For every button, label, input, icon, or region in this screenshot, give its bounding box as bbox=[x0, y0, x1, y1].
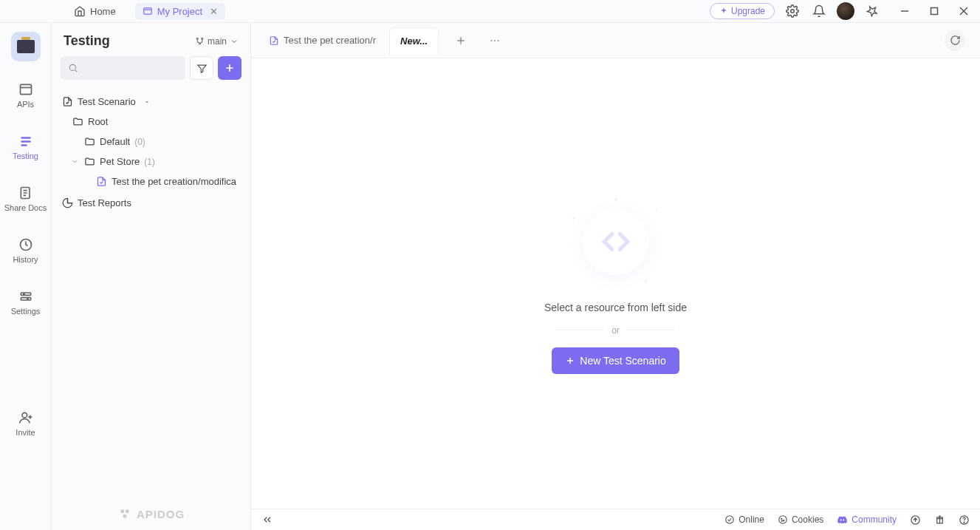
bell-icon[interactable] bbox=[810, 2, 828, 20]
project-icon bbox=[143, 6, 153, 16]
add-button[interactable] bbox=[218, 56, 241, 80]
refresh-button[interactable] bbox=[945, 30, 965, 51]
petstore-count: (1) bbox=[144, 157, 155, 167]
rail-settings-label: Settings bbox=[11, 307, 41, 316]
rail-history[interactable]: History bbox=[0, 233, 51, 268]
testing-icon bbox=[18, 134, 33, 149]
svg-rect-9 bbox=[21, 144, 27, 146]
svg-point-26 bbox=[498, 40, 499, 41]
upload-icon bbox=[910, 514, 921, 526]
dots-icon bbox=[489, 35, 501, 47]
settings-nav-icon bbox=[18, 289, 33, 304]
test-item[interactable]: Test the pet creation/modifica bbox=[58, 171, 244, 191]
plus-icon bbox=[224, 62, 236, 74]
reports-icon bbox=[62, 197, 73, 208]
petstore-label: Pet Store bbox=[100, 156, 140, 167]
tab-test-pet[interactable]: Test the pet creation/r bbox=[258, 27, 386, 55]
pin-icon[interactable] bbox=[863, 2, 881, 20]
test-reports-section[interactable]: Test Reports bbox=[58, 193, 244, 213]
new-scenario-label: New Test Scenario bbox=[580, 355, 665, 367]
online-label: Online bbox=[739, 514, 764, 525]
nav-rail: APIs Testing Share Docs History Settings… bbox=[0, 23, 52, 530]
workspace-logo[interactable] bbox=[11, 32, 41, 61]
svg-rect-6 bbox=[20, 84, 31, 94]
folder-icon bbox=[72, 116, 83, 127]
or-divider: or bbox=[557, 325, 675, 336]
status-cookies[interactable]: Cookies bbox=[778, 514, 823, 525]
svg-point-15 bbox=[27, 299, 28, 300]
maximize-icon[interactable] bbox=[925, 2, 943, 20]
invite-icon bbox=[18, 410, 33, 425]
tab-overflow-button[interactable] bbox=[483, 29, 507, 52]
svg-point-16 bbox=[22, 412, 27, 418]
rail-apis[interactable]: APIs bbox=[0, 78, 51, 113]
status-community[interactable]: Community bbox=[837, 514, 897, 526]
folder-icon bbox=[84, 136, 95, 147]
status-online[interactable]: Online bbox=[724, 514, 764, 525]
folder-root[interactable]: Root bbox=[58, 112, 244, 132]
close-icon[interactable]: ✕ bbox=[210, 6, 218, 17]
settings-icon[interactable] bbox=[784, 2, 801, 20]
new-test-scenario-button[interactable]: New Test Scenario bbox=[552, 347, 679, 374]
svg-point-20 bbox=[69, 64, 75, 70]
svg-point-18 bbox=[202, 38, 203, 39]
default-label: Default bbox=[100, 136, 130, 147]
discord-icon bbox=[837, 514, 848, 526]
gift-icon bbox=[934, 514, 945, 526]
search-input[interactable] bbox=[61, 56, 185, 80]
sidebar: Testing main Test Scenario bbox=[52, 23, 251, 530]
empty-state: Select a resource from left side or New … bbox=[251, 58, 980, 509]
code-icon bbox=[600, 226, 631, 257]
svg-point-14 bbox=[23, 293, 24, 295]
project-label: My Project bbox=[157, 6, 202, 17]
svg-point-27 bbox=[726, 516, 734, 524]
svg-rect-3 bbox=[931, 8, 938, 15]
upgrade-button[interactable]: Upgrade bbox=[710, 3, 775, 19]
search-icon bbox=[68, 63, 78, 73]
svg-rect-12 bbox=[21, 293, 30, 295]
status-upload-icon[interactable] bbox=[910, 514, 921, 526]
svg-point-25 bbox=[494, 40, 496, 41]
svg-point-30 bbox=[784, 520, 784, 521]
project-tab[interactable]: My Project ✕ bbox=[135, 3, 225, 20]
refresh-icon bbox=[950, 35, 961, 46]
tab-label: Test the pet creation/r bbox=[284, 35, 376, 46]
status-help-icon[interactable] bbox=[959, 514, 970, 526]
collapse-sidebar-button[interactable] bbox=[261, 514, 273, 526]
svg-rect-0 bbox=[143, 8, 151, 14]
svg-point-34 bbox=[964, 522, 964, 523]
minimize-icon[interactable] bbox=[896, 2, 914, 20]
rail-settings[interactable]: Settings bbox=[0, 285, 51, 320]
empty-text: Select a resource from left side bbox=[544, 302, 687, 313]
help-icon bbox=[959, 514, 970, 526]
svg-point-24 bbox=[490, 40, 492, 41]
svg-rect-13 bbox=[21, 298, 30, 300]
apis-icon bbox=[18, 82, 33, 97]
svg-point-17 bbox=[196, 38, 198, 39]
rail-share-docs[interactable]: Share Docs bbox=[0, 181, 51, 217]
brand-watermark: APIDOG bbox=[52, 506, 250, 521]
tab-new[interactable]: New... bbox=[389, 27, 439, 55]
tab-label: New... bbox=[400, 35, 428, 47]
svg-point-31 bbox=[781, 520, 782, 521]
sparkle-icon bbox=[719, 7, 728, 16]
status-gift-icon[interactable] bbox=[934, 514, 945, 526]
rail-invite[interactable]: Invite bbox=[0, 406, 51, 441]
close-window-icon[interactable] bbox=[955, 2, 973, 20]
test-scenario-section[interactable]: Test Scenario bbox=[58, 92, 244, 112]
home-icon bbox=[74, 5, 86, 17]
filter-icon bbox=[196, 63, 208, 74]
rail-testing[interactable]: Testing bbox=[0, 129, 51, 165]
new-tab-button[interactable] bbox=[449, 29, 473, 52]
home-tab[interactable]: Home bbox=[66, 2, 123, 20]
svg-point-29 bbox=[781, 518, 782, 519]
filter-button[interactable] bbox=[190, 56, 213, 80]
plus-icon bbox=[565, 356, 575, 366]
branch-selector[interactable]: main bbox=[195, 36, 239, 47]
logo-icon bbox=[117, 506, 132, 521]
avatar[interactable] bbox=[837, 2, 854, 20]
status-bar: Online Cookies Community bbox=[251, 509, 980, 530]
folder-petstore[interactable]: Pet Store (1) bbox=[58, 152, 244, 171]
test-file-icon bbox=[96, 176, 107, 187]
folder-default[interactable]: Default (0) bbox=[58, 132, 244, 152]
